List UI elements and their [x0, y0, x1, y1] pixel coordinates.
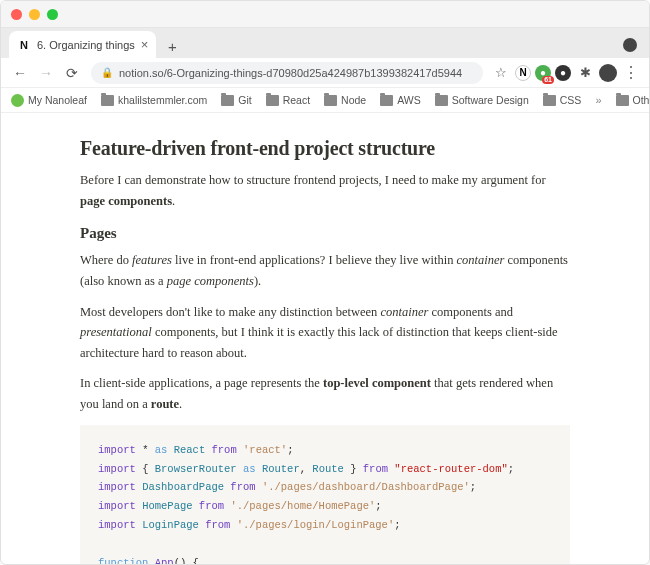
folder-icon	[543, 95, 556, 106]
folder-icon	[435, 95, 448, 106]
bookmark-folder-software-design[interactable]: Software Design	[435, 94, 529, 106]
tab-favicon: N	[17, 38, 31, 52]
window-titlebar	[1, 1, 649, 28]
url-input[interactable]: 🔒 notion.so/6-Organizing-things-d70980d2…	[91, 62, 483, 84]
back-button[interactable]: ←	[9, 62, 31, 84]
minimize-window-button[interactable]	[29, 9, 40, 20]
tab-strip: N 6. Organizing things × +	[1, 28, 649, 58]
intro-paragraph: Before I can demonstrate how to structur…	[80, 170, 570, 211]
bookmark-folder-aws[interactable]: AWS	[380, 94, 421, 106]
browser-tab[interactable]: N 6. Organizing things ×	[9, 31, 156, 58]
bookmarks-bar: My Nanoleaf khalilstemmler.com Git React…	[1, 88, 649, 113]
bookmark-folder-react[interactable]: React	[266, 94, 310, 106]
tab-title: 6. Organizing things	[37, 39, 135, 51]
bookmark-folder-node[interactable]: Node	[324, 94, 366, 106]
paragraph-1: Where do features live in front-end appl…	[80, 250, 570, 291]
url-text: notion.so/6-Organizing-things-d70980d25a…	[119, 67, 462, 79]
document-body: Feature-driven front-end project structu…	[80, 137, 570, 565]
close-tab-icon[interactable]: ×	[141, 37, 149, 52]
bookmark-star-icon[interactable]: ☆	[491, 63, 511, 83]
extension-green-icon[interactable]: ●61	[535, 65, 551, 81]
folder-icon	[101, 95, 114, 106]
other-bookmarks-folder[interactable]: Other Bookmarks	[616, 94, 651, 106]
folder-icon	[380, 95, 393, 106]
paragraph-2: Most developers don't like to make any d…	[80, 302, 570, 364]
extensions-puzzle-icon[interactable]: ✱	[575, 63, 595, 83]
code-block[interactable]: import * as React from 'react'; import {…	[80, 425, 570, 565]
folder-icon	[221, 95, 234, 106]
account-dot-icon[interactable]	[623, 38, 637, 52]
new-tab-button[interactable]: +	[160, 34, 184, 58]
paragraph-3: In client-side applications, a page repr…	[80, 373, 570, 414]
heading-pages: Pages	[80, 225, 570, 242]
profile-avatar[interactable]	[599, 64, 617, 82]
reload-button[interactable]: ⟳	[61, 62, 83, 84]
bookmark-folder-css[interactable]: CSS	[543, 94, 582, 106]
extension-dark-icon[interactable]: ●	[555, 65, 571, 81]
lock-icon: 🔒	[101, 67, 113, 78]
close-window-button[interactable]	[11, 9, 22, 20]
bookmark-my-nanoleaf[interactable]: My Nanoleaf	[11, 94, 87, 107]
folder-icon	[616, 95, 629, 106]
traffic-lights	[11, 9, 58, 20]
maximize-window-button[interactable]	[47, 9, 58, 20]
site-icon	[11, 94, 24, 107]
page-content[interactable]: Feature-driven front-end project structu…	[1, 113, 649, 565]
page-title: Feature-driven front-end project structu…	[80, 137, 570, 160]
folder-icon	[324, 95, 337, 106]
bookmarks-overflow-button[interactable]: »	[595, 94, 601, 106]
address-bar: ← → ⟳ 🔒 notion.so/6-Organizing-things-d7…	[1, 58, 649, 88]
bookmark-folder-git[interactable]: Git	[221, 94, 251, 106]
bookmark-folder-khalilstemmler[interactable]: khalilstemmler.com	[101, 94, 207, 106]
extension-notion-icon[interactable]: N	[515, 65, 531, 81]
browser-menu-button[interactable]: ⋮	[621, 63, 641, 83]
forward-button[interactable]: →	[35, 62, 57, 84]
folder-icon	[266, 95, 279, 106]
